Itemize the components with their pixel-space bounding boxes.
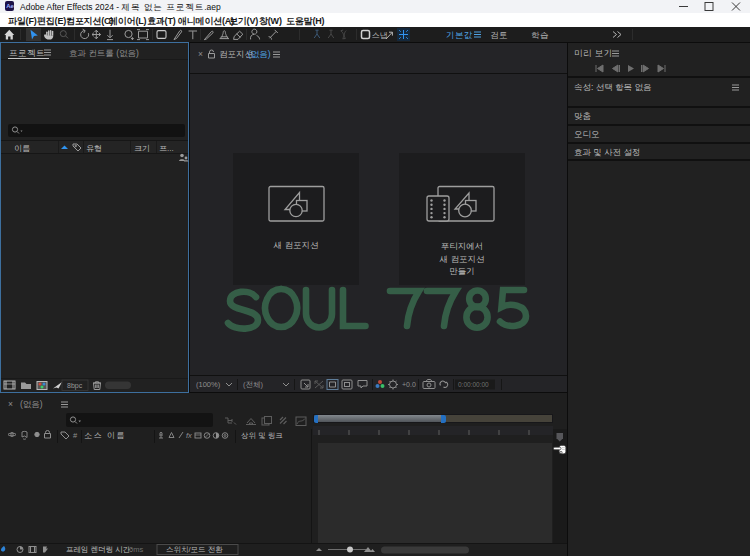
- svg-text:#: #: [73, 431, 78, 440]
- svg-text:소스 이름: 소스 이름: [84, 431, 126, 440]
- svg-text:0:00:00:00: 0:00:00:00: [458, 381, 489, 388]
- svg-text:상위 및 링크: 상위 및 링크: [241, 431, 283, 440]
- svg-text:기본값: 기본값: [446, 30, 473, 40]
- svg-text:학습: 학습: [531, 30, 549, 40]
- svg-text:fx: fx: [186, 431, 192, 440]
- svg-text:(전체): (전체): [243, 380, 263, 389]
- svg-text:(100%): (100%): [196, 380, 221, 389]
- svg-text:검토: 검토: [490, 30, 508, 40]
- svg-text:+0.0: +0.0: [402, 381, 416, 388]
- svg-text:스냅: 스냅: [372, 31, 388, 40]
- svg-text:0ms: 0ms: [129, 545, 143, 554]
- svg-text:스위치/모드 전환: 스위치/모드 전환: [166, 545, 223, 554]
- svg-text:프레임 렌더링 시간:: 프레임 렌더링 시간:: [66, 545, 132, 554]
- svg-text:8bpc: 8bpc: [67, 382, 83, 390]
